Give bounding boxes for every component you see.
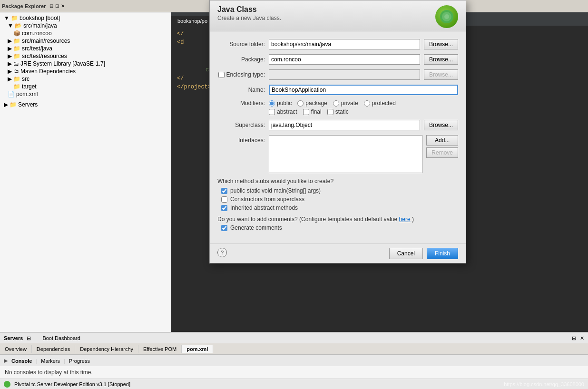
interfaces-remove-button[interactable]: Remove — [426, 147, 458, 158]
folder-icon: 📁 — [10, 101, 17, 108]
tree-label: com.roncoo — [22, 30, 52, 37]
enclosing-type-label: Enclosing type: — [226, 71, 265, 78]
stub-main-checkbox[interactable] — [221, 188, 227, 194]
modifier-package[interactable]: package — [297, 100, 327, 107]
modifier-public[interactable]: public — [269, 100, 292, 107]
console-tab[interactable]: Console — [11, 358, 32, 364]
markers-tab[interactable]: Markers — [41, 358, 60, 364]
tree-label: JRE System Library [JavaSE-1.7] — [20, 60, 105, 67]
stub-main-method[interactable]: public static void main(String[] args) — [217, 187, 458, 194]
source-folder-input[interactable] — [269, 39, 420, 49]
dialog-footer: ? Cancel Finish — [210, 243, 466, 263]
stub-inherited-label: Inherited abstract methods — [230, 204, 298, 211]
tree-item-src-main-res[interactable]: ▶ 📁 src/main/resources — [0, 37, 171, 45]
interfaces-add-button[interactable]: Add... — [426, 135, 458, 146]
tree-item-src[interactable]: ▶ 📁 src — [0, 75, 171, 83]
tree-item-servers[interactable]: ▶ 📁 Servers — [0, 101, 171, 108]
source-folder-browse-button[interactable]: Browse... — [424, 39, 458, 49]
tree-item-root[interactable]: ▼ 📁 bookshop [boot] — [0, 14, 171, 22]
folder-icon: 📁 — [13, 38, 20, 44]
comments-section: Do you want to add comments? (Configure … — [217, 216, 458, 231]
progress-tab[interactable]: Progress — [69, 358, 90, 364]
generate-comments-checkbox[interactable] — [221, 225, 227, 231]
enclosing-type-row: Enclosing type: Browse... — [217, 69, 458, 80]
modifier-static-label: static — [335, 108, 349, 115]
modifier-private[interactable]: private — [333, 100, 358, 107]
tree-item-maven[interactable]: ▶ 🗂 Maven Dependencies — [0, 68, 171, 75]
expand-icon: ▶ — [8, 76, 12, 82]
expand-icon: ▶ — [8, 60, 12, 67]
expand-icon: ▶ — [8, 68, 12, 75]
tree-item-target[interactable]: 📁 target — [0, 83, 171, 90]
modifier-static[interactable]: static — [327, 108, 349, 115]
modifier-final-checkbox[interactable] — [303, 109, 309, 115]
console-sep: | — [36, 358, 37, 364]
tab-dependencies[interactable]: Dependencies — [32, 345, 75, 353]
modifier-abstract-label: abstract — [277, 108, 297, 115]
enclosing-type-input[interactable] — [269, 69, 420, 80]
modifier-protected-radio[interactable] — [364, 100, 370, 107]
comments-prompt: Do you want to add comments? (Configure … — [217, 216, 399, 223]
tab-overview[interactable]: Overview — [0, 345, 32, 353]
toolbar-icon-1: ⊟ — [49, 3, 53, 9]
server-status-icon — [4, 381, 10, 388]
tree-item-src-test-java[interactable]: ▶ 📁 src/test/java — [0, 45, 171, 52]
modifier-abstract-checkbox[interactable] — [269, 109, 275, 115]
expand-icon: ▼ — [4, 15, 10, 21]
cancel-button[interactable]: Cancel — [389, 248, 423, 259]
modifier-public-radio[interactable] — [269, 100, 275, 107]
help-button[interactable]: ? — [217, 248, 227, 257]
modifier-protected[interactable]: protected — [364, 100, 396, 107]
tree-label: target — [22, 83, 37, 90]
stub-inherited-checkbox[interactable] — [221, 205, 227, 211]
generate-comments-check[interactable]: Generate comments — [217, 224, 458, 231]
enclosing-type-checkbox[interactable] — [218, 72, 225, 78]
package-input[interactable] — [269, 54, 420, 65]
package-row: Package: Browse... — [217, 54, 458, 65]
tree-item-src-main-java[interactable]: ▼ 📂 src/main/java — [0, 22, 171, 29]
server-status-bar: Pivotal tc Server Developer Edition v3.1… — [0, 379, 588, 389]
modifier-private-radio[interactable] — [333, 100, 339, 107]
servers-bottom: Servers ⊟ Boot Dashboard ⊟ ✕ — [0, 332, 588, 343]
toolbar-icon-2: ⊡ — [55, 3, 59, 9]
modifier-package-radio[interactable] — [297, 100, 304, 107]
enclosing-browse-button[interactable]: Browse... — [424, 69, 458, 80]
source-folder-label: Source folder: — [217, 41, 265, 48]
console-output: No consoles to display at this time. — [0, 366, 588, 379]
comments-here-link[interactable]: here — [399, 216, 411, 223]
stub-constructors-checkbox[interactable] — [221, 196, 227, 203]
generate-comments-label: Generate comments — [230, 224, 282, 231]
modifier-static-checkbox[interactable] — [327, 109, 333, 115]
tree-label: pom.xml — [16, 91, 38, 97]
interfaces-textarea[interactable] — [269, 135, 422, 173]
modifier-final[interactable]: final — [303, 108, 322, 115]
tab-effective-pom[interactable]: Effective POM — [138, 345, 182, 353]
modifiers-line-1: public package private protected — [269, 100, 458, 107]
stub-inherited[interactable]: Inherited abstract methods — [217, 204, 458, 211]
tree-item-pom[interactable]: 📄 pom.xml — [0, 90, 171, 98]
stub-constructors[interactable]: Constructors from superclass — [217, 196, 458, 203]
minimize-icon: ⊟ — [572, 335, 576, 341]
tree-item-src-test-res[interactable]: ▶ 📁 src/test/resources — [0, 52, 171, 60]
library-icon: 🗂 — [13, 60, 19, 67]
superclass-browse-button[interactable]: Browse... — [424, 120, 458, 130]
name-input[interactable] — [269, 85, 458, 95]
tab-dep-hierarchy[interactable]: Dependency Hierarchy — [75, 345, 138, 353]
editor-tab-pom[interactable]: bookshop/po — [171, 16, 214, 26]
folder-icon: 📁 — [11, 15, 18, 21]
folder-icon: 📁 — [13, 45, 20, 52]
tree-item-com-roncoo[interactable]: 📦 com.roncoo — [0, 29, 171, 37]
dialog-title-area: Java Class Create a new Java class. — [217, 5, 281, 21]
tree-item-jre[interactable]: ▶ 🗂 JRE System Library [JavaSE-1.7] — [0, 60, 171, 68]
folder-icon: 📁 — [13, 83, 20, 90]
package-browse-button[interactable]: Browse... — [424, 54, 458, 65]
modifier-abstract[interactable]: abstract — [269, 108, 297, 115]
tree-label: src/main/resources — [22, 38, 70, 44]
folder-icon: 📂 — [15, 22, 22, 29]
superclass-input[interactable] — [269, 120, 420, 130]
tree-view: ▼ 📁 bookshop [boot] ▼ 📂 src/main/java 📦 … — [0, 12, 171, 332]
modifiers-area: public package private protected — [269, 100, 458, 115]
tab-pom-xml[interactable]: pom.xml — [182, 345, 213, 353]
name-label: Name: — [217, 87, 265, 93]
finish-button[interactable]: Finish — [427, 248, 458, 259]
